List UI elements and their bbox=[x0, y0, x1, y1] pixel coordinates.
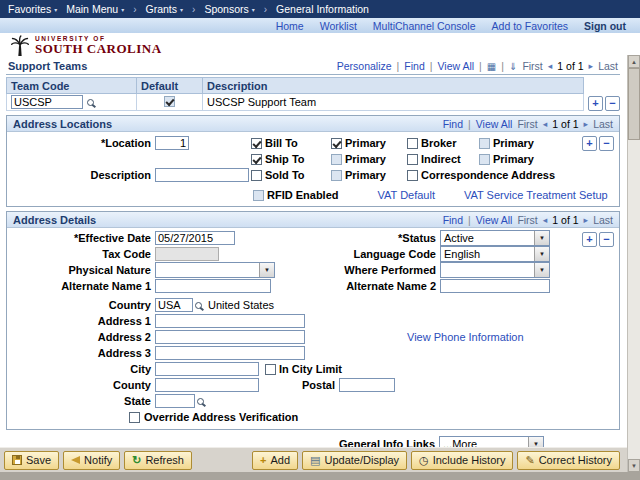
add-button[interactable]: + Add bbox=[252, 451, 298, 470]
language-code-select[interactable]: English ▼ bbox=[440, 246, 550, 262]
update-display-button[interactable]: ▤ Update/Display bbox=[302, 451, 407, 470]
correspondence-address-checkbox[interactable] bbox=[407, 170, 418, 181]
last-label[interactable]: Last bbox=[593, 214, 613, 226]
where-performed-label: Where Performed bbox=[292, 264, 440, 276]
rfid-enabled-checkbox[interactable] bbox=[253, 190, 264, 201]
view-all-link[interactable]: View All bbox=[437, 60, 474, 72]
main-menu[interactable]: Main Menu ▾ bbox=[66, 3, 124, 15]
notify-button[interactable]: Notify bbox=[63, 451, 120, 470]
correct-history-button[interactable]: ✎ Correct History bbox=[517, 451, 620, 470]
primary-ship-checkbox[interactable] bbox=[331, 154, 342, 165]
state-input[interactable] bbox=[155, 394, 195, 408]
location-input[interactable] bbox=[155, 136, 189, 150]
in-city-limit-checkbox[interactable] bbox=[265, 364, 276, 375]
separator: | bbox=[501, 60, 504, 72]
home-link[interactable]: Home bbox=[276, 20, 304, 32]
status-select[interactable]: Active ▼ bbox=[440, 230, 550, 246]
refresh-button[interactable]: ↻ Refresh bbox=[124, 451, 192, 470]
physical-nature-select[interactable]: ▼ bbox=[155, 262, 275, 278]
find-link[interactable]: Find bbox=[443, 214, 463, 226]
delete-row-button[interactable]: − bbox=[605, 96, 620, 111]
sold-to-checkbox[interactable] bbox=[251, 170, 262, 181]
ship-to-checkbox[interactable] bbox=[251, 154, 262, 165]
worklist-link[interactable]: Worklist bbox=[320, 20, 357, 32]
previous-row-icon[interactable]: ◂ bbox=[543, 215, 548, 225]
alternate-name-2-input[interactable] bbox=[440, 279, 550, 293]
lookup-icon[interactable] bbox=[87, 99, 94, 106]
previous-row-icon[interactable]: ◂ bbox=[548, 61, 553, 71]
find-link[interactable]: Find bbox=[443, 118, 463, 130]
save-button[interactable]: Save bbox=[4, 451, 59, 470]
vertical-scrollbar[interactable]: ▲ ▼ bbox=[627, 55, 640, 472]
personalize-link[interactable]: Personalize bbox=[337, 60, 392, 72]
add-row-button[interactable]: + bbox=[582, 136, 597, 151]
primary-ship-label: Primary bbox=[345, 153, 386, 165]
scrollbar-thumb[interactable] bbox=[628, 68, 640, 140]
effective-date-input[interactable] bbox=[155, 231, 235, 245]
breadcrumb-sponsors[interactable]: Sponsors ▾ bbox=[204, 3, 254, 15]
scroll-up-icon[interactable]: ▲ bbox=[628, 55, 640, 68]
default-checkbox[interactable] bbox=[164, 96, 175, 107]
primary-indirect-checkbox[interactable] bbox=[479, 154, 490, 165]
team-code-input[interactable] bbox=[11, 95, 83, 109]
alternate-name-1-input[interactable] bbox=[155, 279, 271, 293]
correspondence-address-label: Correspondence Address bbox=[421, 169, 555, 181]
view-phone-information-link[interactable]: View Phone Information bbox=[407, 331, 524, 343]
lookup-icon[interactable] bbox=[195, 302, 202, 309]
last-label[interactable]: Last bbox=[598, 60, 618, 72]
lookup-icon[interactable] bbox=[197, 398, 204, 405]
primary-broker-checkbox[interactable] bbox=[479, 138, 490, 149]
correct-history-label: Correct History bbox=[539, 454, 612, 466]
multichannel-console-link[interactable]: MultiChannel Console bbox=[373, 20, 476, 32]
override-address-verification-checkbox[interactable] bbox=[129, 412, 140, 423]
primary-bill-checkbox[interactable] bbox=[331, 138, 342, 149]
primary-bill-label: Primary bbox=[345, 137, 386, 149]
broker-label: Broker bbox=[421, 137, 456, 149]
sign-out-link[interactable]: Sign out bbox=[584, 20, 626, 32]
next-row-icon[interactable]: ▸ bbox=[584, 119, 589, 129]
rfid-enabled-label: RFID Enabled bbox=[267, 189, 339, 201]
first-label[interactable]: First bbox=[517, 118, 537, 130]
grid-icon[interactable]: ▦ bbox=[487, 61, 496, 72]
add-row-button[interactable]: + bbox=[588, 96, 603, 111]
city-input[interactable] bbox=[155, 362, 259, 376]
bill-to-checkbox[interactable] bbox=[251, 138, 262, 149]
chevron-down-icon: ▼ bbox=[534, 231, 549, 245]
favorites-menu[interactable]: Favorites ▾ bbox=[8, 3, 57, 15]
team-description: USCSP Support Team bbox=[203, 94, 584, 111]
vat-default-link[interactable]: VAT Default bbox=[378, 189, 435, 201]
where-performed-select[interactable]: ▼ bbox=[440, 262, 550, 278]
scroll-down-icon[interactable]: ▼ bbox=[628, 459, 640, 472]
view-all-link[interactable]: View All bbox=[476, 118, 513, 130]
next-row-icon[interactable]: ▸ bbox=[589, 61, 594, 71]
view-all-link[interactable]: View All bbox=[476, 214, 513, 226]
first-label[interactable]: First bbox=[517, 214, 537, 226]
last-label[interactable]: Last bbox=[593, 118, 613, 130]
status-label: *Status bbox=[292, 232, 440, 244]
previous-row-icon[interactable]: ◂ bbox=[543, 119, 548, 129]
city-label: City bbox=[7, 363, 155, 375]
description-input[interactable] bbox=[155, 168, 249, 182]
download-to-excel-icon[interactable]: ⇓ bbox=[509, 61, 517, 72]
next-row-icon[interactable]: ▸ bbox=[584, 215, 589, 225]
add-to-favorites-link[interactable]: Add to Favorites bbox=[492, 20, 568, 32]
country-input[interactable] bbox=[155, 298, 193, 312]
breadcrumb-grants[interactable]: Grants ▾ bbox=[146, 3, 184, 15]
address-1-input[interactable] bbox=[155, 314, 305, 328]
notify-icon bbox=[71, 456, 80, 464]
county-input[interactable] bbox=[155, 378, 259, 392]
indirect-checkbox[interactable] bbox=[407, 154, 418, 165]
find-link[interactable]: Find bbox=[404, 60, 424, 72]
broker-checkbox[interactable] bbox=[407, 138, 418, 149]
vat-service-treatment-setup-link[interactable]: VAT Service Treatment Setup bbox=[464, 189, 608, 201]
include-history-button[interactable]: ◷ Include History bbox=[411, 451, 513, 470]
first-label[interactable]: First bbox=[522, 60, 542, 72]
sponsors-label: Sponsors bbox=[204, 3, 248, 15]
delete-row-button[interactable]: − bbox=[599, 136, 614, 151]
primary-sold-checkbox[interactable] bbox=[331, 170, 342, 181]
address-3-input[interactable] bbox=[155, 346, 305, 360]
county-label: County bbox=[7, 379, 155, 391]
postal-input[interactable] bbox=[339, 378, 395, 392]
address-2-input[interactable] bbox=[155, 330, 305, 344]
description-label: Description bbox=[7, 169, 155, 181]
